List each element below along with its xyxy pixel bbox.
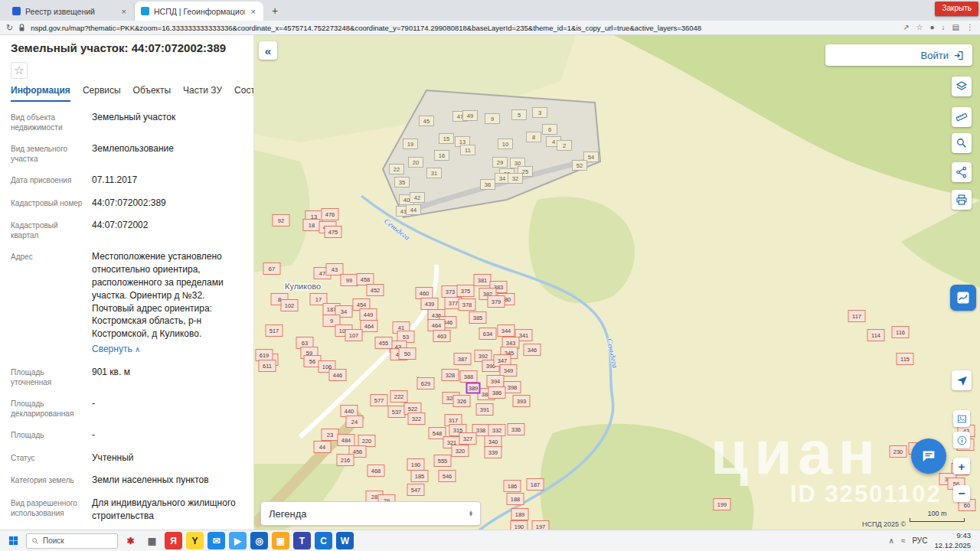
teams-icon[interactable]: T xyxy=(293,532,311,549)
clock[interactable]: 9:43 12.12.2025 xyxy=(934,531,975,550)
tab-close-icon[interactable]: × xyxy=(250,7,257,16)
map-parcel[interactable]: 327 xyxy=(459,433,476,445)
favorite-star-icon[interactable]: ☆ xyxy=(11,62,28,79)
download-icon[interactable]: ↓ xyxy=(942,24,946,31)
map-parcel[interactable]: 634 xyxy=(479,328,496,340)
taskbar-search[interactable]: Поиск xyxy=(26,533,118,549)
map-parcel[interactable]: 188 xyxy=(507,494,524,505)
yandex-services-icon[interactable]: Y xyxy=(186,532,204,549)
map-parcel[interactable]: 388 xyxy=(460,371,477,383)
map-parcel[interactable]: 29 xyxy=(493,158,508,168)
panel-collapse-button[interactable]: « xyxy=(259,41,277,60)
map-parcel[interactable]: 197 xyxy=(532,521,549,530)
mail-icon[interactable]: ✉ xyxy=(207,532,225,549)
map-parcel[interactable]: 10 xyxy=(498,139,513,149)
map-parcel[interactable]: 464 xyxy=(361,321,377,332)
basemap-button[interactable] xyxy=(953,410,970,427)
tab-close-icon[interactable]: × xyxy=(120,7,128,16)
map-parcel[interactable]: 190 xyxy=(407,459,424,471)
panel-tab[interactable]: Сервисы xyxy=(83,85,121,102)
word-icon[interactable]: W xyxy=(336,532,354,549)
map-parcel[interactable]: 394 xyxy=(487,376,504,387)
map-parcel[interactable]: 230 xyxy=(890,446,906,458)
browser-tab[interactable]: НСПД | Геоинформационный п× xyxy=(135,2,263,21)
map-parcel[interactable]: 222 xyxy=(390,391,407,403)
browser-icon[interactable]: ◎ xyxy=(250,532,268,549)
app-grid-icon[interactable]: ▦ xyxy=(143,532,161,549)
map-parcel[interactable]: 349 xyxy=(500,365,517,377)
zoom-out-button[interactable]: − xyxy=(953,485,970,502)
map-parcel[interactable]: 32 xyxy=(508,174,523,184)
map-parcel[interactable]: 458 xyxy=(357,274,374,285)
map-parcel[interactable]: 190 xyxy=(511,521,528,530)
map-parcel[interactable]: 19 xyxy=(403,139,418,149)
map-parcel[interactable]: 189 xyxy=(511,509,528,520)
map-parcel[interactable]: 332 xyxy=(488,425,505,436)
map-parcel[interactable]: 107 xyxy=(345,330,362,341)
map-parcel[interactable]: 22 xyxy=(390,165,404,174)
map-parcel[interactable]: 35 xyxy=(395,178,410,187)
explorer-folder-icon[interactable]: ▣ xyxy=(272,532,289,549)
map-parcel[interactable]: 340 xyxy=(485,436,501,448)
map-parcel[interactable]: 386 xyxy=(488,387,505,399)
reload-icon[interactable]: ↻ xyxy=(6,24,13,32)
map-parcel[interactable]: 220 xyxy=(358,435,375,447)
map-parcel[interactable]: 50 xyxy=(399,348,416,360)
map-parcel[interactable]: 8 xyxy=(527,132,541,142)
map-parcel[interactable]: 326 xyxy=(453,396,470,407)
map-parcel[interactable]: 187 xyxy=(527,479,544,491)
map-parcel[interactable]: 379 xyxy=(488,296,505,308)
map-parcel[interactable]: 45 xyxy=(420,116,434,126)
map-canvas[interactable]: 4547499531513191611108642222031295452353… xyxy=(254,35,980,530)
map-parcel[interactable]: 92 xyxy=(273,215,289,227)
login-button[interactable]: Войти xyxy=(825,44,972,66)
map-parcel[interactable]: 185 xyxy=(411,471,428,482)
map-parcel[interactable]: 336 xyxy=(508,424,524,435)
panel-tab[interactable]: Части ЗУ xyxy=(183,85,222,102)
map-parcel[interactable]: 611 xyxy=(259,360,276,372)
legend-dropdown[interactable]: Легенда ▴▾ xyxy=(260,501,481,526)
digital-platform-widget[interactable] xyxy=(950,285,976,311)
map-parcel[interactable]: 375 xyxy=(457,285,474,297)
map-parcel[interactable]: 114 xyxy=(867,330,884,341)
map-parcel[interactable]: 476 xyxy=(322,209,338,220)
map-parcel[interactable]: 116 xyxy=(892,327,909,338)
map-parcel[interactable]: 452 xyxy=(367,285,384,296)
measure-button[interactable] xyxy=(952,107,972,127)
map-parcel[interactable]: 44 xyxy=(314,442,331,453)
map-parcel[interactable]: 3 xyxy=(533,108,547,118)
map-parcel[interactable]: 43 xyxy=(326,264,343,276)
map-parcel[interactable]: 546 xyxy=(439,471,456,482)
map-parcel[interactable]: 468 xyxy=(368,465,384,477)
map-parcel[interactable]: 320 xyxy=(452,445,469,457)
tray-chevron-icon[interactable]: ∧ xyxy=(889,536,894,545)
map-parcel[interactable]: 42 xyxy=(410,193,425,203)
map-parcel[interactable]: 115 xyxy=(897,354,913,365)
map-parcel[interactable]: 577 xyxy=(371,395,387,406)
map-parcel[interactable]: 36 xyxy=(481,180,495,190)
map-parcel[interactable]: 5 xyxy=(512,110,527,120)
new-tab-button[interactable]: + xyxy=(266,2,283,19)
map-parcel[interactable]: 52 xyxy=(573,161,587,171)
map-parcel[interactable]: 547 xyxy=(407,484,424,496)
map-parcel[interactable]: 517 xyxy=(266,325,283,337)
map-parcel[interactable]: 44 xyxy=(407,205,421,215)
locate-button[interactable] xyxy=(952,370,972,390)
map-parcel[interactable]: 484 xyxy=(338,435,354,446)
map-parcel[interactable]: 464 xyxy=(428,320,445,331)
map-parcel[interactable]: 555 xyxy=(434,455,451,467)
consultant-icon[interactable]: C xyxy=(315,532,332,549)
layers-button[interactable] xyxy=(952,77,972,96)
map-parcel[interactable]: 20 xyxy=(409,158,423,168)
map-parcel[interactable]: 446 xyxy=(329,370,346,381)
map-parcel[interactable]: 378 xyxy=(459,299,475,311)
map-parcel[interactable]: 398 xyxy=(504,382,521,393)
sidebar-icon[interactable]: ▤ xyxy=(952,24,959,31)
panel-tab[interactable]: Информация xyxy=(11,85,70,102)
map-parcel[interactable]: 373 xyxy=(442,286,459,298)
map-parcel[interactable]: 346 xyxy=(524,344,541,356)
panel-tab[interactable]: Объекты xyxy=(133,85,172,102)
map-parcel[interactable]: 49 xyxy=(463,111,478,121)
collapse-link[interactable]: Свернуть ∧ xyxy=(92,343,140,356)
map-parcel[interactable]: 391 xyxy=(476,404,493,416)
